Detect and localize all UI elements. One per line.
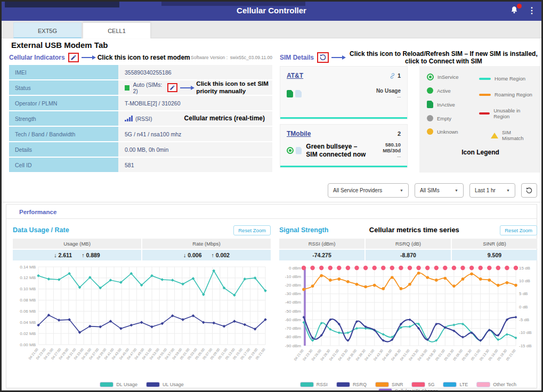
rate-values: ↓ 0.006↑ 0.002: [142, 250, 271, 260]
svg-text:15 dB: 15 dB: [519, 266, 530, 271]
table-row-status: Status Auto (SIMs: 2) Click this icon to…: [9, 80, 272, 95]
status-green-square-icon: [125, 85, 129, 91]
sinr-value: 9.509: [452, 250, 537, 260]
table-row-cellid: Cell ID 581: [9, 158, 272, 172]
usage-stats-table: Usage (MB) Rate (Mbps) ↓ 2.611↑ 0.889 ↓ …: [13, 239, 271, 260]
cellular-indicators-title: Cellular Indicators: [9, 54, 65, 61]
legend-item-ul-usage[interactable]: UL Usage: [146, 382, 184, 387]
data-usage-chart[interactable]: 0.14 MB0.12 MB0.10 MB0.08 MB0.06 MB0.04 …: [13, 263, 271, 381]
legend-item-other-tech[interactable]: Other Tech: [476, 382, 516, 387]
down-arrow-icon: ↓: [54, 252, 56, 258]
svg-text:0.00 MB: 0.00 MB: [20, 342, 36, 347]
sim-dropdown[interactable]: All SIMs▼: [415, 183, 464, 198]
service-provider-dropdown[interactable]: All Service Providers▼: [328, 183, 409, 198]
roaming-region-line-icon: [479, 94, 491, 96]
sim-card-link-att[interactable]: AT&T: [287, 72, 303, 79]
svg-text:0.04 MB: 0.04 MB: [20, 320, 36, 325]
signal-bars-icon: [125, 116, 133, 121]
annotation-arrow-icon: [82, 55, 96, 60]
kebab-menu-icon[interactable]: ⋮: [528, 5, 536, 17]
sim-inactive-icon: [287, 90, 293, 97]
data-usage-panel: Data Usage / Rate Reset Zoom Usage (MB) …: [13, 224, 271, 392]
usage-values: ↓ 2.611↑ 0.889: [13, 250, 141, 260]
sim-slot-faded-icon: [295, 90, 302, 97]
annotation-highlight-box: [167, 83, 177, 92]
legend-item-lte[interactable]: LTE: [443, 382, 468, 387]
sim-card-link-tmobile[interactable]: TMobile: [287, 130, 311, 137]
annotation-reset-modem: Click this icon to reset modem: [98, 54, 190, 61]
signal-strength-panel: Signal Strength Cellular metrics time se…: [279, 224, 537, 392]
svg-text:0 dB: 0 dB: [519, 305, 528, 309]
signal-chart-legend-row1: RSSIRSRQSINR5GLTEOther Tech: [279, 382, 537, 387]
annotation-highlight-box: [317, 52, 329, 63]
svg-text:-80 dBm: -80 dBm: [285, 334, 302, 339]
svg-text:0.14 MB: 0.14 MB: [20, 265, 36, 270]
legend-item-home-region: Home Region: [479, 76, 534, 81]
annotation-reload-sim: Click this icon to Reload/Refresh SIM – …: [350, 50, 538, 66]
data-usage-chart-legend: DL UsageUL Usage: [13, 382, 271, 387]
legend-item-rsrq[interactable]: RSRQ: [336, 382, 367, 387]
data-usage-title: Data Usage / Rate: [13, 226, 69, 234]
sim-inservice-bullseye-icon: [287, 147, 294, 154]
svg-text:-70 dBm: -70 dBm: [285, 326, 302, 331]
sim-priority-pencil-icon[interactable]: [169, 85, 175, 91]
chevron-down-icon: ▼: [392, 189, 403, 192]
legend-item-empty: Empty: [427, 115, 479, 121]
column-header: RSSI (dBm): [279, 239, 364, 249]
legend-item-dl-usage[interactable]: DL Usage: [100, 382, 137, 387]
sim-details-title: SIM Details: [280, 54, 314, 61]
signal-chart-legend-row2: Cellular KPI Change: [279, 388, 537, 392]
notifications-bell-icon[interactable]: [509, 5, 520, 16]
indicators-table: IMEI 355890340255186 Status Auto (SIMs: …: [9, 65, 272, 172]
chevron-down-icon: ▼: [447, 189, 458, 192]
svg-text:10 dB: 10 dB: [519, 279, 530, 283]
sim-count: 1: [398, 72, 401, 79]
annotation-sim-priority: Click this icon to set SIM priority manu…: [196, 80, 272, 95]
chevron-down-icon: ▼: [499, 189, 510, 192]
section-heading: External USB Modem Tab: [11, 40, 108, 50]
legend-item-active: Active: [427, 87, 479, 94]
cellular-controller-screen: { "header": { "title": "Cellular Control…: [0, 0, 543, 392]
rssi-value: -74.275: [279, 250, 364, 260]
time-range-dropdown[interactable]: Last 1 hr▼: [469, 183, 515, 198]
refresh-charts-icon[interactable]: [521, 183, 537, 198]
svg-text:0.06 MB: 0.06 MB: [20, 309, 36, 314]
sim-details-panel: SIM Details Click this icon to Reload/Re…: [280, 52, 540, 173]
link-icon: [389, 72, 396, 79]
bullseye-green-icon: [427, 74, 434, 80]
reset-zoom-button[interactable]: Reset Zoom: [233, 225, 271, 235]
svg-text:-10 dB: -10 dB: [519, 330, 532, 335]
legend-item-inactive: InActive: [427, 101, 479, 108]
legend-item-sinr[interactable]: SINR: [375, 382, 403, 387]
tab-cell1[interactable]: CELL1: [83, 22, 151, 38]
tab-ext5g[interactable]: EXT5G: [13, 22, 82, 38]
sim-count: 2: [398, 130, 401, 137]
svg-text:05:21:00: 05:21:00: [505, 348, 516, 361]
legend-item-sim-mismatch: SIM Mismatch: [479, 129, 534, 141]
reset-zoom-button[interactable]: Reset Zoom: [500, 225, 537, 235]
performance-title: Performance: [6, 205, 537, 219]
reload-sim-icon[interactable]: [319, 54, 327, 61]
sim-card-tmobile: TMobile 2 Green bullseye – SIM connected…: [280, 124, 408, 168]
legend-item-5g[interactable]: 5G: [411, 382, 434, 387]
up-arrow-icon: ↑: [82, 252, 84, 258]
svg-text:-40 dBm: -40 dBm: [285, 300, 302, 305]
sim-usage-sub: --: [367, 153, 401, 159]
notification-badge: [517, 4, 522, 9]
svg-text:-5 dB: -5 dB: [519, 317, 529, 322]
legend-item-rssi[interactable]: RSSI: [300, 382, 328, 387]
svg-text:5 dB: 5 dB: [519, 291, 528, 296]
annotation-time-series: Cellular metrics time series: [369, 226, 459, 234]
reset-modem-pencil-icon[interactable]: [70, 54, 77, 61]
down-arrow-icon: ↓: [183, 252, 186, 258]
legend-swatch: [476, 382, 490, 387]
signal-strength-chart[interactable]: 0 dBm-10 dBm-20 dBm-30 dBm-40 dBm-50 dBm…: [279, 263, 537, 381]
svg-text:0.08 MB: 0.08 MB: [20, 298, 36, 303]
unusable-region-line-icon: [479, 112, 490, 115]
legend-swatch: [300, 382, 314, 387]
svg-text:0.10 MB: 0.10 MB: [20, 287, 36, 291]
table-row-strength: Strength (RSSI) Cellular metrics (real-t…: [9, 111, 272, 126]
home-region-line-icon: [479, 78, 491, 80]
legend-item-cellular-kpi-change[interactable]: Cellular KPI Change: [378, 388, 439, 392]
svg-text:-50 dBm: -50 dBm: [285, 309, 302, 314]
